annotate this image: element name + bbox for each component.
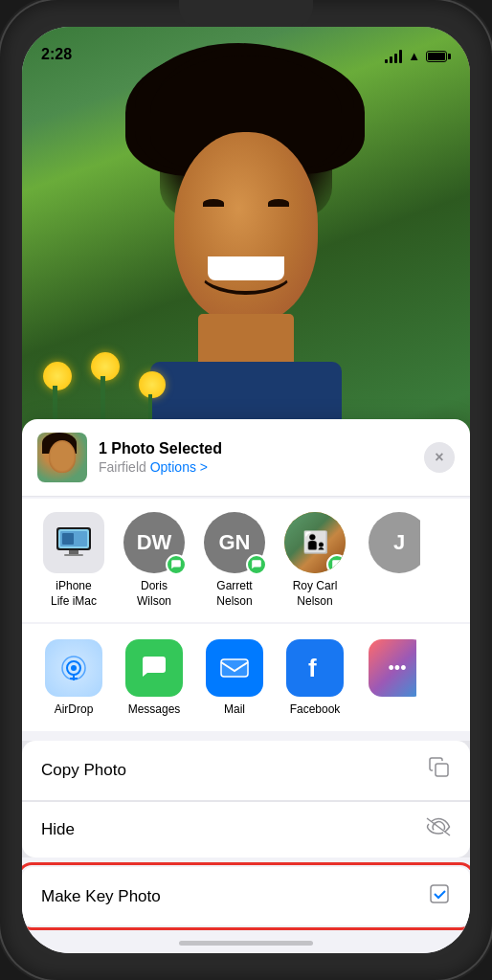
battery-fill	[428, 53, 445, 60]
flowers	[41, 352, 170, 429]
roy-message-badge	[326, 554, 346, 573]
signal-bar-2	[390, 56, 392, 63]
signal-bar-4	[399, 50, 402, 63]
roy-photo-icon: 👨‍👦	[302, 530, 328, 555]
airdrop-label: AirDrop	[55, 702, 94, 716]
app-facebook[interactable]: f Facebook	[279, 639, 351, 716]
copy-photo-label: Copy Photo	[41, 761, 126, 780]
make-key-photo-label: Make Key Photo	[41, 887, 161, 906]
copy-photo-button[interactable]: Copy Photo	[22, 741, 470, 800]
messages-svg	[138, 652, 170, 684]
contacts-row: iPhoneLife iMac DW DorisWilson GN	[22, 499, 470, 622]
copy-svg	[428, 756, 451, 779]
messages-icon	[125, 639, 183, 697]
svg-point-8	[71, 665, 77, 671]
screen: 2:28 ▲	[22, 27, 470, 953]
close-button[interactable]: ×	[424, 442, 455, 473]
make-key-photo-section: Make Key Photo	[22, 867, 470, 933]
airdrop-icon	[45, 639, 102, 697]
message-icon-3	[331, 559, 343, 570]
photo-selected-title: 1 Photo Selected	[99, 440, 413, 457]
message-icon	[170, 559, 182, 570]
flower-head-3	[139, 371, 166, 398]
battery-tip	[448, 54, 451, 59]
left-eye	[203, 199, 224, 207]
contact-imac[interactable]: iPhoneLife iMac	[37, 512, 110, 609]
mail-label: Mail	[224, 702, 245, 716]
signal-bar-1	[385, 59, 388, 63]
partial-avatar: J	[369, 512, 420, 573]
more-dots: •••	[389, 658, 407, 679]
photo-location: Fairfield Options >	[99, 459, 413, 475]
make-key-photo-button[interactable]: Make Key Photo	[22, 867, 470, 925]
options-link[interactable]: Options >	[150, 459, 208, 475]
signal-bar-3	[394, 54, 397, 63]
facebook-label: Facebook	[290, 702, 341, 716]
action-buttons: Copy Photo Hide	[22, 741, 470, 858]
imac-name: iPhoneLife iMac	[51, 579, 97, 609]
share-sheet: 1 Photo Selected Fairfield Options > ×	[22, 419, 470, 953]
key-photo-checkbox-icon	[428, 882, 451, 910]
garrett-avatar: GN	[204, 512, 265, 573]
status-icons: ▲	[385, 49, 451, 63]
status-time: 2:28	[41, 46, 72, 63]
home-indicator	[179, 941, 313, 946]
svg-rect-15	[431, 885, 448, 902]
messages-label: Messages	[128, 702, 181, 716]
share-header: 1 Photo Selected Fairfield Options > ×	[22, 419, 470, 497]
mail-svg	[218, 652, 251, 684]
contact-doris[interactable]: DW DorisWilson	[118, 512, 190, 609]
hide-button[interactable]: Hide	[22, 801, 470, 858]
right-eye	[268, 199, 289, 207]
eye-slash-svg	[426, 817, 451, 836]
photo-thumbnail	[37, 433, 87, 482]
garrett-message-badge	[246, 554, 267, 575]
share-info: 1 Photo Selected Fairfield Options >	[99, 440, 413, 475]
contact-partial[interactable]: J	[359, 512, 420, 573]
svg-rect-11	[221, 659, 248, 677]
svg-rect-14	[436, 764, 448, 776]
doris-initials: DW	[137, 530, 172, 555]
facebook-icon: f	[286, 639, 344, 697]
facebook-svg: f	[299, 652, 331, 684]
app-messages[interactable]: Messages	[118, 639, 190, 716]
flower-head-1	[43, 362, 72, 390]
doris-name: DorisWilson	[137, 579, 171, 609]
partial-initials: J	[393, 530, 405, 555]
location-text: Fairfield	[99, 459, 146, 475]
mail-icon	[206, 639, 263, 697]
flower-head-2	[91, 352, 120, 381]
thumb-face	[49, 440, 76, 473]
phone-frame: 2:28 ▲	[0, 0, 492, 980]
checkbox-svg	[428, 882, 451, 905]
battery-icon	[426, 51, 451, 62]
contact-roy[interactable]: 👨‍👦 Roy CarlNelson	[279, 512, 351, 609]
doris-avatar: DW	[123, 512, 185, 573]
hide-label: Hide	[41, 820, 75, 839]
app-airdrop[interactable]: AirDrop	[37, 639, 110, 716]
wifi-icon: ▲	[408, 49, 420, 63]
message-icon-2	[251, 559, 262, 570]
svg-rect-5	[62, 533, 74, 545]
copy-icon	[428, 756, 451, 785]
contact-garrett[interactable]: GN GarrettNelson	[198, 512, 271, 609]
imac-svg	[55, 525, 93, 560]
hide-icon	[426, 817, 451, 842]
flower-2	[89, 352, 123, 429]
svg-rect-3	[64, 554, 83, 556]
svg-rect-2	[69, 550, 78, 554]
roy-name: Roy CarlNelson	[293, 579, 338, 609]
garrett-initials: GN	[219, 530, 251, 555]
face	[174, 132, 318, 323]
svg-text:f: f	[308, 654, 317, 682]
signal-bars-icon	[385, 50, 402, 63]
garrett-name: GarrettNelson	[216, 579, 252, 609]
app-mail[interactable]: Mail	[198, 639, 271, 716]
imac-avatar	[43, 512, 104, 573]
app-more[interactable]: •••	[359, 639, 416, 697]
roy-avatar: 👨‍👦	[284, 512, 346, 573]
status-bar: 2:28 ▲	[22, 27, 470, 69]
battery-body	[426, 51, 447, 62]
notch	[179, 0, 313, 27]
more-icon: •••	[369, 639, 416, 697]
